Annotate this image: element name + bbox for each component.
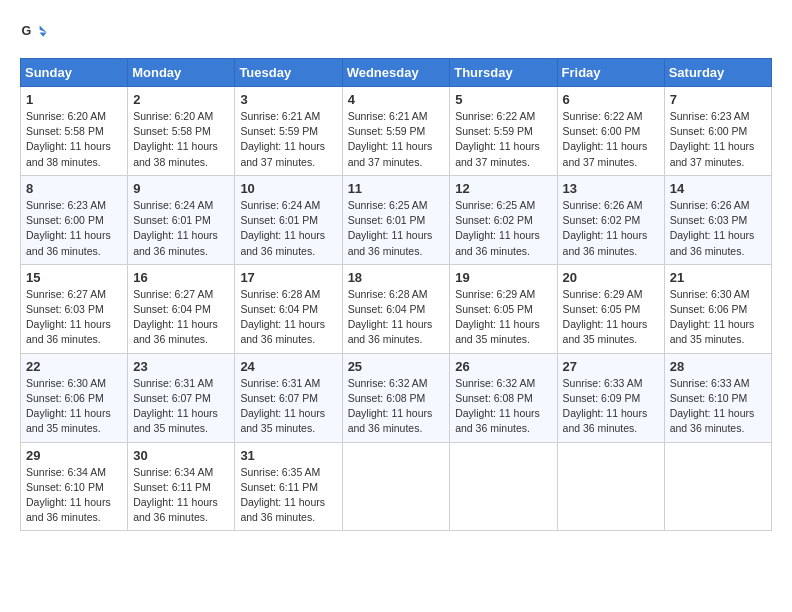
calendar-cell: 8Sunrise: 6:23 AMSunset: 6:00 PMDaylight…	[21, 175, 128, 264]
day-number: 19	[455, 270, 551, 285]
svg-marker-1	[40, 26, 47, 33]
day-info: Sunrise: 6:32 AMSunset: 6:08 PMDaylight:…	[348, 376, 445, 437]
logo: G	[20, 20, 52, 48]
day-info: Sunrise: 6:21 AMSunset: 5:59 PMDaylight:…	[240, 109, 336, 170]
day-number: 16	[133, 270, 229, 285]
day-info: Sunrise: 6:24 AMSunset: 6:01 PMDaylight:…	[133, 198, 229, 259]
calendar-cell: 4Sunrise: 6:21 AMSunset: 5:59 PMDaylight…	[342, 87, 450, 176]
day-number: 20	[563, 270, 659, 285]
calendar-header-wednesday: Wednesday	[342, 59, 450, 87]
day-number: 13	[563, 181, 659, 196]
calendar-cell: 26Sunrise: 6:32 AMSunset: 6:08 PMDayligh…	[450, 353, 557, 442]
calendar-cell: 10Sunrise: 6:24 AMSunset: 6:01 PMDayligh…	[235, 175, 342, 264]
calendar-cell: 14Sunrise: 6:26 AMSunset: 6:03 PMDayligh…	[664, 175, 771, 264]
calendar-cell: 5Sunrise: 6:22 AMSunset: 5:59 PMDaylight…	[450, 87, 557, 176]
day-number: 22	[26, 359, 122, 374]
calendar-header-saturday: Saturday	[664, 59, 771, 87]
calendar-header-sunday: Sunday	[21, 59, 128, 87]
calendar-cell: 2Sunrise: 6:20 AMSunset: 5:58 PMDaylight…	[128, 87, 235, 176]
day-info: Sunrise: 6:34 AMSunset: 6:11 PMDaylight:…	[133, 465, 229, 526]
calendar-cell: 16Sunrise: 6:27 AMSunset: 6:04 PMDayligh…	[128, 264, 235, 353]
day-number: 1	[26, 92, 122, 107]
day-number: 14	[670, 181, 766, 196]
calendar-header-tuesday: Tuesday	[235, 59, 342, 87]
day-info: Sunrise: 6:35 AMSunset: 6:11 PMDaylight:…	[240, 465, 336, 526]
day-number: 28	[670, 359, 766, 374]
calendar-cell: 22Sunrise: 6:30 AMSunset: 6:06 PMDayligh…	[21, 353, 128, 442]
svg-text:G: G	[21, 24, 31, 38]
day-info: Sunrise: 6:30 AMSunset: 6:06 PMDaylight:…	[670, 287, 766, 348]
day-info: Sunrise: 6:32 AMSunset: 6:08 PMDaylight:…	[455, 376, 551, 437]
calendar-cell	[557, 442, 664, 531]
day-info: Sunrise: 6:31 AMSunset: 6:07 PMDaylight:…	[240, 376, 336, 437]
day-number: 4	[348, 92, 445, 107]
day-number: 2	[133, 92, 229, 107]
day-info: Sunrise: 6:26 AMSunset: 6:03 PMDaylight:…	[670, 198, 766, 259]
day-number: 18	[348, 270, 445, 285]
calendar-cell: 20Sunrise: 6:29 AMSunset: 6:05 PMDayligh…	[557, 264, 664, 353]
calendar-week-row: 8Sunrise: 6:23 AMSunset: 6:00 PMDaylight…	[21, 175, 772, 264]
day-number: 25	[348, 359, 445, 374]
day-number: 31	[240, 448, 336, 463]
day-info: Sunrise: 6:22 AMSunset: 6:00 PMDaylight:…	[563, 109, 659, 170]
day-info: Sunrise: 6:30 AMSunset: 6:06 PMDaylight:…	[26, 376, 122, 437]
day-info: Sunrise: 6:23 AMSunset: 6:00 PMDaylight:…	[26, 198, 122, 259]
day-info: Sunrise: 6:25 AMSunset: 6:02 PMDaylight:…	[455, 198, 551, 259]
calendar-cell: 1Sunrise: 6:20 AMSunset: 5:58 PMDaylight…	[21, 87, 128, 176]
day-number: 30	[133, 448, 229, 463]
calendar-cell: 31Sunrise: 6:35 AMSunset: 6:11 PMDayligh…	[235, 442, 342, 531]
calendar-cell: 7Sunrise: 6:23 AMSunset: 6:00 PMDaylight…	[664, 87, 771, 176]
day-number: 29	[26, 448, 122, 463]
day-number: 21	[670, 270, 766, 285]
calendar-cell	[664, 442, 771, 531]
calendar-cell: 12Sunrise: 6:25 AMSunset: 6:02 PMDayligh…	[450, 175, 557, 264]
day-info: Sunrise: 6:33 AMSunset: 6:09 PMDaylight:…	[563, 376, 659, 437]
day-number: 15	[26, 270, 122, 285]
day-info: Sunrise: 6:31 AMSunset: 6:07 PMDaylight:…	[133, 376, 229, 437]
day-info: Sunrise: 6:26 AMSunset: 6:02 PMDaylight:…	[563, 198, 659, 259]
day-info: Sunrise: 6:21 AMSunset: 5:59 PMDaylight:…	[348, 109, 445, 170]
calendar-cell: 21Sunrise: 6:30 AMSunset: 6:06 PMDayligh…	[664, 264, 771, 353]
calendar-cell: 23Sunrise: 6:31 AMSunset: 6:07 PMDayligh…	[128, 353, 235, 442]
page-header: G	[20, 20, 772, 48]
calendar-cell: 24Sunrise: 6:31 AMSunset: 6:07 PMDayligh…	[235, 353, 342, 442]
calendar-cell: 18Sunrise: 6:28 AMSunset: 6:04 PMDayligh…	[342, 264, 450, 353]
day-number: 7	[670, 92, 766, 107]
day-number: 27	[563, 359, 659, 374]
calendar-cell: 25Sunrise: 6:32 AMSunset: 6:08 PMDayligh…	[342, 353, 450, 442]
calendar-week-row: 15Sunrise: 6:27 AMSunset: 6:03 PMDayligh…	[21, 264, 772, 353]
calendar-cell	[342, 442, 450, 531]
day-number: 5	[455, 92, 551, 107]
calendar-cell: 13Sunrise: 6:26 AMSunset: 6:02 PMDayligh…	[557, 175, 664, 264]
day-number: 6	[563, 92, 659, 107]
calendar-week-row: 22Sunrise: 6:30 AMSunset: 6:06 PMDayligh…	[21, 353, 772, 442]
calendar-cell: 29Sunrise: 6:34 AMSunset: 6:10 PMDayligh…	[21, 442, 128, 531]
day-number: 12	[455, 181, 551, 196]
calendar-cell: 19Sunrise: 6:29 AMSunset: 6:05 PMDayligh…	[450, 264, 557, 353]
calendar-cell: 30Sunrise: 6:34 AMSunset: 6:11 PMDayligh…	[128, 442, 235, 531]
day-info: Sunrise: 6:33 AMSunset: 6:10 PMDaylight:…	[670, 376, 766, 437]
day-info: Sunrise: 6:28 AMSunset: 6:04 PMDaylight:…	[348, 287, 445, 348]
calendar-cell: 9Sunrise: 6:24 AMSunset: 6:01 PMDaylight…	[128, 175, 235, 264]
calendar-header-row: SundayMondayTuesdayWednesdayThursdayFrid…	[21, 59, 772, 87]
day-info: Sunrise: 6:29 AMSunset: 6:05 PMDaylight:…	[563, 287, 659, 348]
day-number: 11	[348, 181, 445, 196]
day-info: Sunrise: 6:29 AMSunset: 6:05 PMDaylight:…	[455, 287, 551, 348]
day-number: 3	[240, 92, 336, 107]
calendar-cell: 3Sunrise: 6:21 AMSunset: 5:59 PMDaylight…	[235, 87, 342, 176]
day-number: 8	[26, 181, 122, 196]
day-info: Sunrise: 6:20 AMSunset: 5:58 PMDaylight:…	[26, 109, 122, 170]
day-info: Sunrise: 6:22 AMSunset: 5:59 PMDaylight:…	[455, 109, 551, 170]
calendar-week-row: 29Sunrise: 6:34 AMSunset: 6:10 PMDayligh…	[21, 442, 772, 531]
calendar-cell: 11Sunrise: 6:25 AMSunset: 6:01 PMDayligh…	[342, 175, 450, 264]
day-info: Sunrise: 6:20 AMSunset: 5:58 PMDaylight:…	[133, 109, 229, 170]
day-number: 10	[240, 181, 336, 196]
day-number: 23	[133, 359, 229, 374]
day-number: 26	[455, 359, 551, 374]
calendar-table: SundayMondayTuesdayWednesdayThursdayFrid…	[20, 58, 772, 531]
calendar-cell: 17Sunrise: 6:28 AMSunset: 6:04 PMDayligh…	[235, 264, 342, 353]
day-info: Sunrise: 6:24 AMSunset: 6:01 PMDaylight:…	[240, 198, 336, 259]
calendar-cell: 28Sunrise: 6:33 AMSunset: 6:10 PMDayligh…	[664, 353, 771, 442]
day-info: Sunrise: 6:27 AMSunset: 6:04 PMDaylight:…	[133, 287, 229, 348]
calendar-cell: 15Sunrise: 6:27 AMSunset: 6:03 PMDayligh…	[21, 264, 128, 353]
